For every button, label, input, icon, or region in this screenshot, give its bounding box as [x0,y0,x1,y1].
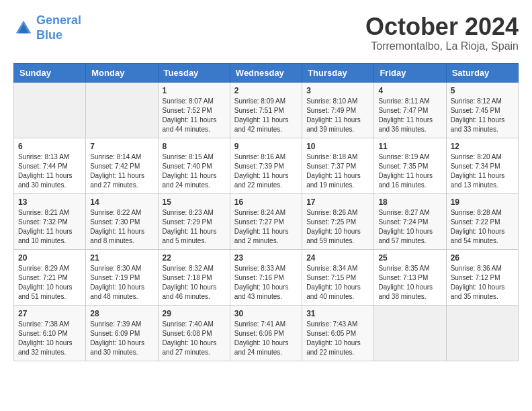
day-info: Sunrise: 7:38 AMSunset: 6:10 PMDaylight:… [18,320,81,357]
day-info: Sunrise: 8:21 AMSunset: 7:32 PMDaylight:… [18,208,81,246]
day-info: Sunrise: 8:28 AMSunset: 7:22 PMDaylight:… [451,208,514,246]
calendar-cell: 14Sunrise: 8:22 AMSunset: 7:30 PMDayligh… [86,193,158,249]
day-info: Sunrise: 8:14 AMSunset: 7:42 PMDaylight:… [90,152,153,190]
calendar-cell: 16Sunrise: 8:24 AMSunset: 7:27 PMDayligh… [230,193,302,249]
calendar-cell: 31Sunrise: 7:43 AMSunset: 6:05 PMDayligh… [302,305,374,361]
calendar-table: SundayMondayTuesdayWednesdayThursdayFrid… [13,63,519,361]
weekday-header: Monday [86,63,158,82]
logo-icon [13,18,34,38]
calendar-cell: 9Sunrise: 8:16 AMSunset: 7:39 PMDaylight… [230,138,302,193]
day-info: Sunrise: 8:11 AMSunset: 7:47 PMDaylight:… [378,97,441,134]
day-number: 12 [451,142,514,151]
day-number: 10 [306,142,369,151]
calendar-cell: 23Sunrise: 8:33 AMSunset: 7:16 PMDayligh… [230,249,302,305]
logo: General Blue [13,13,81,42]
day-number: 29 [163,309,226,318]
day-number: 11 [378,142,441,151]
day-info: Sunrise: 8:29 AMSunset: 7:21 PMDaylight:… [18,264,81,302]
calendar-cell: 13Sunrise: 8:21 AMSunset: 7:32 PMDayligh… [14,193,86,249]
day-info: Sunrise: 7:41 AMSunset: 6:06 PMDaylight:… [234,320,298,357]
day-info: Sunrise: 8:22 AMSunset: 7:30 PMDaylight:… [90,208,153,246]
calendar-cell: 15Sunrise: 8:23 AMSunset: 7:29 PMDayligh… [158,193,230,249]
day-number: 5 [451,86,514,95]
calendar-cell: 22Sunrise: 8:32 AMSunset: 7:18 PMDayligh… [158,249,230,305]
day-number: 7 [90,142,153,151]
weekday-header: Wednesday [230,63,302,82]
calendar-cell: 26Sunrise: 8:36 AMSunset: 7:12 PMDayligh… [446,249,518,305]
day-number: 27 [18,309,81,318]
calendar-cell: 7Sunrise: 8:14 AMSunset: 7:42 PMDaylight… [86,138,158,193]
calendar-cell: 11Sunrise: 8:19 AMSunset: 7:35 PMDayligh… [374,138,446,193]
day-info: Sunrise: 8:07 AMSunset: 7:52 PMDaylight:… [163,97,226,134]
day-number: 8 [163,142,226,151]
day-number: 20 [18,253,81,263]
calendar-cell: 2Sunrise: 8:09 AMSunset: 7:51 PMDaylight… [230,82,302,138]
day-info: Sunrise: 8:36 AMSunset: 7:12 PMDaylight:… [451,264,514,302]
weekday-header: Thursday [302,63,374,82]
title-block: October 2024 Torremontalbo, La Rioja, Sp… [365,13,519,52]
day-number: 19 [451,197,514,207]
calendar-week-row: 13Sunrise: 8:21 AMSunset: 7:32 PMDayligh… [14,193,519,249]
day-number: 15 [163,197,226,207]
day-number: 13 [18,197,81,207]
calendar-cell: 25Sunrise: 8:35 AMSunset: 7:13 PMDayligh… [374,249,446,305]
calendar-cell: 4Sunrise: 8:11 AMSunset: 7:47 PMDaylight… [374,82,446,138]
day-info: Sunrise: 8:09 AMSunset: 7:51 PMDaylight:… [234,97,298,134]
calendar-cell: 12Sunrise: 8:20 AMSunset: 7:34 PMDayligh… [446,138,518,193]
weekday-header: Friday [374,63,446,82]
day-number: 31 [306,309,369,318]
calendar-cell: 29Sunrise: 7:40 AMSunset: 6:08 PMDayligh… [158,305,230,361]
day-number: 25 [378,253,441,263]
day-number: 18 [378,197,441,207]
calendar-cell [86,82,158,138]
calendar-cell: 30Sunrise: 7:41 AMSunset: 6:06 PMDayligh… [230,305,302,361]
calendar-cell: 20Sunrise: 8:29 AMSunset: 7:21 PMDayligh… [14,249,86,305]
day-info: Sunrise: 8:18 AMSunset: 7:37 PMDaylight:… [306,152,369,190]
calendar-cell: 24Sunrise: 8:34 AMSunset: 7:15 PMDayligh… [302,249,374,305]
calendar-cell [446,305,518,361]
day-info: Sunrise: 8:20 AMSunset: 7:34 PMDaylight:… [451,152,514,190]
day-info: Sunrise: 7:40 AMSunset: 6:08 PMDaylight:… [163,320,226,357]
day-number: 14 [90,197,153,207]
logo-text: General Blue [36,13,81,42]
day-info: Sunrise: 8:13 AMSunset: 7:44 PMDaylight:… [18,152,81,190]
calendar-week-row: 6Sunrise: 8:13 AMSunset: 7:44 PMDaylight… [14,138,519,193]
day-info: Sunrise: 8:30 AMSunset: 7:19 PMDaylight:… [90,264,153,302]
day-info: Sunrise: 8:19 AMSunset: 7:35 PMDaylight:… [378,152,441,190]
calendar-cell: 21Sunrise: 8:30 AMSunset: 7:19 PMDayligh… [86,249,158,305]
weekday-header: Tuesday [158,63,230,82]
day-info: Sunrise: 7:39 AMSunset: 6:09 PMDaylight:… [90,320,153,357]
calendar-week-row: 20Sunrise: 8:29 AMSunset: 7:21 PMDayligh… [14,249,519,305]
calendar-cell: 10Sunrise: 8:18 AMSunset: 7:37 PMDayligh… [302,138,374,193]
day-info: Sunrise: 8:32 AMSunset: 7:18 PMDaylight:… [163,264,226,302]
day-number: 24 [306,253,369,263]
day-info: Sunrise: 8:24 AMSunset: 7:27 PMDaylight:… [234,208,298,246]
month-title: October 2024 [365,13,519,40]
calendar-cell: 1Sunrise: 8:07 AMSunset: 7:52 PMDaylight… [158,82,230,138]
day-number: 23 [234,253,298,263]
day-info: Sunrise: 8:34 AMSunset: 7:15 PMDaylight:… [306,264,369,302]
day-info: Sunrise: 7:43 AMSunset: 6:05 PMDaylight:… [306,320,369,357]
calendar-cell [14,82,86,138]
day-number: 22 [163,253,226,263]
calendar-cell [374,305,446,361]
day-number: 28 [90,309,153,318]
calendar-cell: 18Sunrise: 8:27 AMSunset: 7:24 PMDayligh… [374,193,446,249]
calendar-cell: 5Sunrise: 8:12 AMSunset: 7:45 PMDaylight… [446,82,518,138]
calendar-week-row: 1Sunrise: 8:07 AMSunset: 7:52 PMDaylight… [14,82,519,138]
day-info: Sunrise: 8:15 AMSunset: 7:40 PMDaylight:… [163,152,226,190]
calendar-cell: 28Sunrise: 7:39 AMSunset: 6:09 PMDayligh… [86,305,158,361]
day-number: 2 [234,86,298,95]
calendar-cell: 3Sunrise: 8:10 AMSunset: 7:49 PMDaylight… [302,82,374,138]
day-number: 1 [163,86,226,95]
calendar-cell: 17Sunrise: 8:26 AMSunset: 7:25 PMDayligh… [302,193,374,249]
location: Torremontalbo, La Rioja, Spain [365,40,519,52]
day-number: 6 [18,142,81,151]
day-number: 4 [378,86,441,95]
day-number: 17 [306,197,369,207]
day-number: 9 [234,142,298,151]
day-number: 30 [234,309,298,318]
day-number: 26 [451,253,514,263]
day-info: Sunrise: 8:23 AMSunset: 7:29 PMDaylight:… [163,208,226,246]
day-info: Sunrise: 8:12 AMSunset: 7:45 PMDaylight:… [451,97,514,134]
